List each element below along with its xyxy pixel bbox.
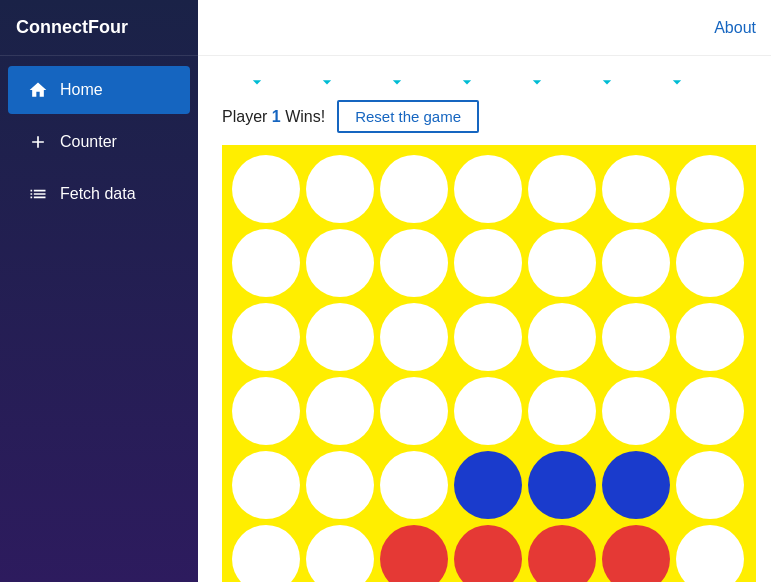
cell-0-0: [232, 155, 300, 223]
cell-5-1: [306, 525, 374, 582]
cell-5-2: [380, 525, 448, 582]
cell-4-4: [528, 451, 596, 519]
sidebar-item-home-label: Home: [60, 81, 103, 99]
cell-0-6: [676, 155, 744, 223]
cell-4-2: [380, 451, 448, 519]
cell-0-3: [454, 155, 522, 223]
cell-0-5: [602, 155, 670, 223]
cell-1-5: [602, 229, 670, 297]
cell-5-3: [454, 525, 522, 582]
cell-1-3: [454, 229, 522, 297]
cell-3-3: [454, 377, 522, 445]
cell-4-5: [602, 451, 670, 519]
sidebar: ConnectFour Home Counter Fetch data: [0, 0, 198, 582]
cell-4-3: [454, 451, 522, 519]
cell-3-5: [602, 377, 670, 445]
cell-2-6: [676, 303, 744, 371]
sidebar-item-counter[interactable]: Counter: [8, 118, 190, 166]
list-icon: [28, 184, 48, 204]
cell-2-3: [454, 303, 522, 371]
reset-button[interactable]: Reset the game: [337, 100, 479, 133]
cell-4-6: [676, 451, 744, 519]
top-bar: About: [198, 0, 771, 56]
game-status: Player 1 Wins!: [222, 108, 325, 126]
cell-4-0: [232, 451, 300, 519]
cell-2-4: [528, 303, 596, 371]
cell-0-2: [380, 155, 448, 223]
app-logo: ConnectFour: [0, 0, 198, 56]
cell-2-2: [380, 303, 448, 371]
col-4-arrow[interactable]: [502, 72, 572, 92]
sidebar-item-fetchdata-label: Fetch data: [60, 185, 136, 203]
cell-3-1: [306, 377, 374, 445]
cell-1-2: [380, 229, 448, 297]
arrow-row: [222, 72, 756, 92]
player-number: 1: [272, 108, 281, 125]
col-6-arrow[interactable]: [642, 72, 712, 92]
sidebar-item-home[interactable]: Home: [8, 66, 190, 114]
sidebar-item-fetch-data[interactable]: Fetch data: [8, 170, 190, 218]
home-icon: [28, 80, 48, 100]
cell-5-0: [232, 525, 300, 582]
col-0-arrow[interactable]: [222, 72, 292, 92]
cell-1-1: [306, 229, 374, 297]
cell-3-0: [232, 377, 300, 445]
sidebar-nav: Home Counter Fetch data: [0, 56, 198, 220]
game-board: [222, 145, 756, 582]
cell-3-6: [676, 377, 744, 445]
about-link[interactable]: About: [714, 19, 756, 37]
cell-0-4: [528, 155, 596, 223]
cell-5-5: [602, 525, 670, 582]
sidebar-item-counter-label: Counter: [60, 133, 117, 151]
cell-4-1: [306, 451, 374, 519]
cell-1-6: [676, 229, 744, 297]
col-3-arrow[interactable]: [432, 72, 502, 92]
app-container: ConnectFour Home Counter Fetch data: [0, 0, 771, 582]
content-area: Player 1 Wins! Reset the game: [198, 56, 771, 582]
status-row: Player 1 Wins! Reset the game: [222, 100, 756, 133]
col-2-arrow[interactable]: [362, 72, 432, 92]
cell-0-1: [306, 155, 374, 223]
cell-5-6: [676, 525, 744, 582]
cell-1-4: [528, 229, 596, 297]
cell-5-4: [528, 525, 596, 582]
cell-2-0: [232, 303, 300, 371]
cell-2-5: [602, 303, 670, 371]
cell-3-4: [528, 377, 596, 445]
plus-icon: [28, 132, 48, 152]
main-content: About: [198, 0, 771, 582]
cell-3-2: [380, 377, 448, 445]
cell-2-1: [306, 303, 374, 371]
col-1-arrow[interactable]: [292, 72, 362, 92]
col-5-arrow[interactable]: [572, 72, 642, 92]
cell-1-0: [232, 229, 300, 297]
